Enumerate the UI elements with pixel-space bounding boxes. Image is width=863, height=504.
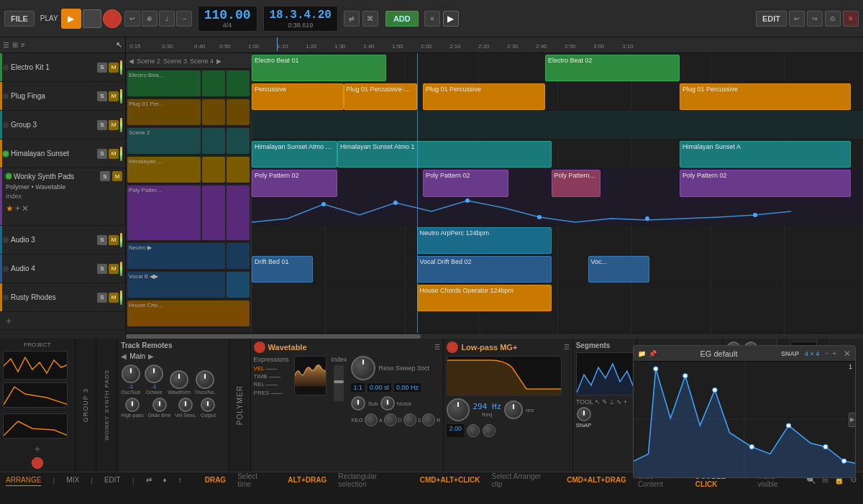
solo-button[interactable]: S [97, 120, 107, 130]
segments-display[interactable] [576, 352, 634, 395]
mute-button[interactable]: M [109, 91, 119, 101]
scene-clip[interactable] [202, 128, 225, 154]
solo-button[interactable]: S [97, 91, 107, 101]
capture-button[interactable]: ⊙ [825, 11, 841, 27]
scrollbar-thumb[interactable] [126, 334, 421, 339]
hp-knob[interactable] [125, 398, 140, 412]
clip[interactable]: Plug 01 Percussive-bounce-1 [344, 83, 417, 110]
close-button[interactable]: ✕ [843, 11, 859, 27]
track-led[interactable] [3, 151, 9, 157]
s-knob[interactable] [403, 413, 416, 426]
snap-minus[interactable]: − [825, 349, 829, 357]
vel-knob[interactable] [178, 398, 193, 412]
cursor-icon[interactable]: ↖ [116, 40, 122, 50]
scene-clip[interactable] [227, 99, 250, 125]
scene-clip[interactable] [227, 272, 250, 298]
out-knob[interactable] [201, 398, 215, 412]
nav-right-icon[interactable]: ▶ [216, 58, 222, 65]
reso-knob[interactable] [351, 356, 375, 380]
file-button[interactable]: FILE [4, 11, 35, 27]
solo-button[interactable]: S [97, 235, 107, 245]
mute-button[interactable]: M [109, 120, 119, 130]
tab-io[interactable]: ↕ [178, 475, 182, 485]
clip[interactable]: Poly Pattern 02 [680, 170, 851, 197]
track-led[interactable] [3, 93, 9, 99]
h-scrollbar[interactable] [126, 333, 863, 339]
clip[interactable]: Plug 01 Percussive [680, 83, 851, 110]
cursor-tool[interactable]: ↖ [595, 398, 601, 406]
eg-close-button[interactable]: ✕ [844, 349, 851, 359]
mute-button[interactable]: M [109, 63, 119, 73]
filter-freq-knob[interactable] [447, 398, 470, 421]
scene-clip[interactable] [202, 157, 225, 183]
octave-knob[interactable] [145, 365, 163, 383]
solo-button[interactable]: S [97, 63, 107, 73]
r-knob[interactable] [422, 413, 435, 426]
scene-clip[interactable]: Scene 2 [127, 128, 201, 154]
scene-clip[interactable]: Poly Patter... [127, 185, 201, 240]
scene-clip[interactable]: House Cho... [127, 301, 250, 326]
clip[interactable]: Plug 01 Percussive [423, 83, 545, 110]
osc-sub-knob[interactable] [122, 365, 140, 383]
eg-expand-button[interactable]: ▶ [849, 413, 856, 427]
clip[interactable]: Poly Pattern 02 [552, 170, 601, 197]
scene-clip[interactable] [227, 128, 250, 154]
filter-res-knob[interactable] [504, 400, 523, 419]
filter-display[interactable] [447, 356, 562, 395]
loop-button[interactable]: ↩ [124, 11, 140, 27]
scene-clip[interactable]: Plug 01 Per... [127, 99, 201, 125]
main-label[interactable]: Main [129, 352, 145, 360]
track-led[interactable] [6, 173, 12, 179]
eg-content[interactable]: 1 ▶ [634, 362, 855, 477]
clip[interactable]: Neutro ArpPerc 124bpm [417, 227, 552, 254]
undo-button[interactable]: ↩ [789, 11, 805, 27]
mute-button[interactable]: M [109, 293, 119, 303]
mini-envelope-2[interactable] [3, 413, 68, 439]
clip[interactable]: Himalayan Sunset A [680, 141, 851, 168]
scene-clip[interactable] [227, 157, 250, 183]
track-led[interactable] [3, 122, 9, 128]
index-slider[interactable] [334, 365, 344, 401]
mixer-button[interactable]: ≡ [424, 11, 440, 27]
tab-edit[interactable]: EDIT [104, 475, 121, 485]
wave-tool[interactable]: ∿ [616, 398, 622, 406]
clip[interactable]: Vocal Drift Bed 02 [417, 256, 552, 283]
power-button[interactable] [254, 342, 265, 353]
scene-clip[interactable]: Vocal B ◀▶ [127, 272, 225, 298]
nav-left-icon[interactable]: ◀ [129, 58, 134, 65]
mute-button[interactable]: M [109, 149, 119, 159]
solo-button[interactable]: S [100, 171, 110, 181]
wave-visualizer[interactable] [294, 356, 327, 395]
mini-envelope[interactable] [3, 382, 68, 408]
punch-button[interactable]: ⌘ [362, 11, 378, 27]
record-button[interactable] [103, 9, 122, 28]
close-device-icon[interactable]: ✕ [22, 203, 29, 214]
wavetable-menu-icon[interactable]: ☰ [434, 344, 440, 351]
pen-tool[interactable]: ✎ [602, 398, 608, 406]
pitch-knob[interactable] [577, 407, 591, 421]
decay-knob[interactable] [483, 424, 496, 437]
mute-button[interactable]: M [112, 171, 122, 181]
add-device-icon[interactable]: + [15, 203, 20, 214]
eg-pin-icon[interactable]: 📌 [649, 350, 657, 357]
play-button[interactable] [61, 9, 81, 29]
clip[interactable]: House Chords Operator 124bpm [417, 285, 552, 311]
solo-button[interactable]: S [97, 264, 107, 274]
record-indicator[interactable] [32, 457, 43, 469]
loop-region-button[interactable]: ⇌ [344, 11, 360, 27]
scene-clip[interactable] [227, 185, 250, 240]
plus-tool[interactable]: + [624, 398, 627, 406]
scene-clip[interactable]: Himalayan ... [127, 157, 201, 183]
position-display[interactable]: 18.3.4.20 0:38.619 [263, 6, 338, 32]
timeline-ruler[interactable]: 0:15 0:30 0:40 0:50 1:00 1:10 1:20 1:30 … [126, 37, 863, 53]
clip[interactable]: Poly Pattern 02 [423, 170, 508, 197]
track-led[interactable] [3, 65, 9, 70]
mute-button[interactable]: M [109, 264, 119, 274]
clip[interactable]: Voc... [588, 256, 649, 283]
clip[interactable]: Himalayan Sunset Atmo 1-bounce- [252, 141, 337, 168]
tab-link[interactable]: ⇄ [146, 475, 152, 485]
attack-knob[interactable] [467, 424, 480, 437]
track-led[interactable] [3, 266, 9, 272]
scene-clip[interactable]: Electro Bea... [127, 70, 201, 96]
add-track-button[interactable]: + [0, 312, 125, 330]
